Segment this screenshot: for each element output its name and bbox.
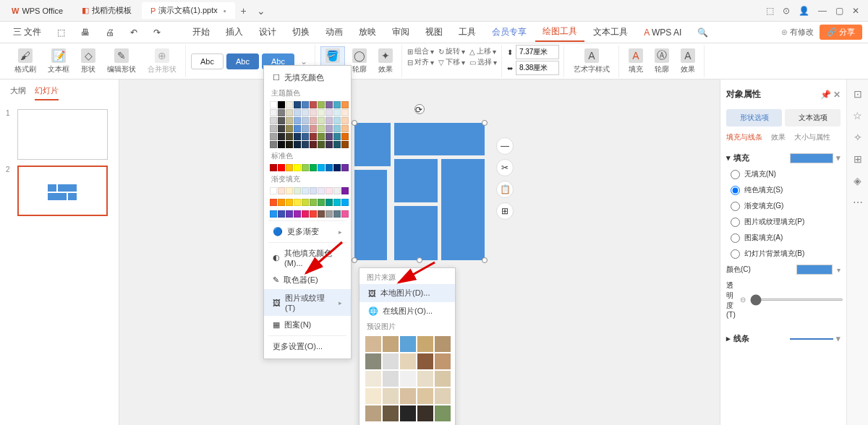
color-swatch-cell[interactable] (278, 133, 285, 140)
color-swatch-cell[interactable] (310, 117, 317, 124)
color-swatch-cell[interactable] (294, 199, 301, 206)
text-outline-button[interactable]: Ⓐ轮廓 (650, 47, 673, 76)
select-button[interactable]: ▭ 选择 ▾ (469, 57, 497, 67)
color-swatch-cell[interactable] (294, 141, 301, 148)
color-swatch-cell[interactable] (333, 141, 341, 148)
color-swatch-cell[interactable] (270, 187, 277, 194)
texture-cell[interactable] (417, 336, 433, 352)
color-swatch-cell[interactable] (270, 117, 277, 124)
tab-animation[interactable]: 动画 (318, 23, 350, 41)
rt-icon-3[interactable]: ✧ (854, 132, 862, 143)
color-swatch-cell[interactable] (333, 125, 341, 132)
rt-icon-4[interactable]: ⊞ (854, 153, 862, 165)
color-swatch-cell[interactable] (302, 141, 309, 148)
texture-cell[interactable] (365, 336, 381, 352)
sel-handle-tr[interactable] (482, 120, 488, 126)
color-swatch-cell[interactable] (278, 187, 285, 194)
slide-thumb-2[interactable] (17, 166, 108, 216)
group-button[interactable]: ⊞ 组合 ▾ (407, 46, 434, 56)
color-swatch-cell[interactable] (286, 125, 293, 132)
color-swatch-cell[interactable] (294, 133, 301, 140)
texture-cell[interactable] (417, 405, 433, 421)
color-dropdown-arrow[interactable]: ▾ (837, 266, 841, 274)
prop-panel-pin[interactable]: 📌 ✕ (820, 90, 841, 100)
color-swatch-cell[interactable] (341, 199, 349, 206)
color-swatch-cell[interactable] (270, 125, 277, 132)
textbox-button[interactable]: 📝文本框 (43, 47, 74, 76)
win-ctrl-2[interactable]: ⊙ (783, 6, 790, 16)
rt-icon-6[interactable]: ⋯ (853, 197, 863, 208)
moveup-button[interactable]: △ 上移 ▾ (469, 46, 496, 56)
document-tab[interactable]: P演示文稿(1).pptx• (142, 2, 235, 19)
float-btn-4[interactable]: ⊞ (496, 202, 514, 220)
color-swatch-cell[interactable] (341, 187, 349, 194)
color-swatch-cell[interactable] (278, 141, 285, 148)
color-swatch-cell[interactable] (326, 187, 333, 194)
search-icon[interactable]: 🔍 (690, 25, 715, 40)
subtab-size[interactable]: 大小与属性 (794, 132, 830, 142)
tab-text-tools[interactable]: 文本工具 (586, 23, 635, 41)
texture-cell[interactable] (435, 371, 451, 387)
text-fill-button[interactable]: A填充 (624, 47, 647, 76)
solid-fill-radio[interactable]: 纯色填充(S) (726, 182, 841, 198)
text-effect-button[interactable]: A效果 (676, 47, 699, 76)
wps-ai-button[interactable]: A WPS AI (637, 25, 689, 40)
format-painter-button[interactable]: 🖌格式刷 (10, 47, 41, 76)
color-swatch-cell[interactable] (278, 101, 285, 108)
texture-cell[interactable] (383, 353, 399, 369)
rotate-button[interactable]: ↻ 旋转 ▾ (438, 46, 465, 56)
shape-rect-3[interactable] (354, 170, 387, 260)
texture-cell[interactable] (365, 371, 381, 387)
slide-bg-fill-radio[interactable]: 幻灯片背景填充(B) (726, 246, 841, 262)
template-tab[interactable]: ◧找稻壳模板 (73, 2, 140, 19)
qt-undo-icon[interactable]: ↶ (123, 25, 145, 40)
color-swatch-cell[interactable] (318, 133, 325, 140)
no-fill-item[interactable]: ☐ 无填充颜色 (264, 69, 351, 87)
rt-icon-1[interactable]: ⊡ (854, 88, 862, 100)
color-swatch-cell[interactable] (270, 109, 277, 116)
rt-icon-2[interactable]: ☆ (853, 110, 862, 121)
color-swatch-cell[interactable] (341, 210, 349, 218)
subtab-effect[interactable]: 效果 (771, 132, 786, 142)
color-swatch-cell[interactable] (270, 101, 277, 108)
color-swatch-cell[interactable] (294, 117, 301, 124)
color-swatch-cell[interactable] (310, 187, 317, 194)
no-fill-radio[interactable]: 无填充(N) (726, 166, 841, 182)
color-swatch-cell[interactable] (333, 164, 341, 171)
eyedropper-item[interactable]: ✎ 取色器(E) (264, 271, 351, 289)
texture-cell[interactable] (400, 353, 416, 369)
color-swatch-cell[interactable] (270, 164, 277, 171)
subtab-fill-line[interactable]: 填充与线条 (726, 132, 762, 142)
color-swatch-cell[interactable] (318, 109, 325, 116)
color-swatch-cell[interactable] (326, 164, 333, 171)
more-settings-item[interactable]: 更多设置(O)... (264, 338, 351, 356)
color-swatch-cell[interactable] (310, 164, 317, 171)
selected-shape-group[interactable]: ⟳ — ✂ 📋 ⊞ (354, 123, 485, 260)
color-swatch-cell[interactable] (333, 187, 341, 194)
color-swatch-cell[interactable] (302, 109, 309, 116)
color-swatch-cell[interactable] (286, 210, 293, 218)
other-colors-item[interactable]: ◐ 其他填充颜色(M)... (264, 244, 351, 271)
win-ctrl-1[interactable]: ⬚ (766, 6, 774, 16)
texture-cell[interactable] (383, 371, 399, 387)
texture-cell[interactable] (383, 388, 399, 404)
color-swatch-cell[interactable] (341, 101, 349, 108)
texture-cell[interactable] (435, 405, 451, 421)
color-swatch-cell[interactable] (302, 101, 309, 108)
color-swatch-cell[interactable] (270, 141, 277, 148)
texture-cell[interactable] (417, 353, 433, 369)
style-abc-1[interactable]: Abc (191, 53, 224, 69)
tab-member[interactable]: 会员专享 (485, 23, 534, 41)
texture-cell[interactable] (417, 388, 433, 404)
slides-tab[interactable]: 幻灯片 (35, 85, 59, 100)
slide-thumb-1[interactable] (17, 109, 108, 160)
sel-handle-br[interactable] (482, 257, 488, 263)
outline-tab[interactable]: 大纲 (10, 85, 26, 100)
shape-rect-1[interactable] (354, 123, 391, 166)
qt-redo-icon[interactable]: ↷ (146, 25, 168, 40)
tab-insert[interactable]: 插入 (218, 23, 250, 41)
float-btn-2[interactable]: ✂ (496, 159, 514, 176)
height-input[interactable] (516, 45, 559, 59)
color-swatch-cell[interactable] (310, 109, 317, 116)
color-swatch-cell[interactable] (302, 199, 309, 206)
